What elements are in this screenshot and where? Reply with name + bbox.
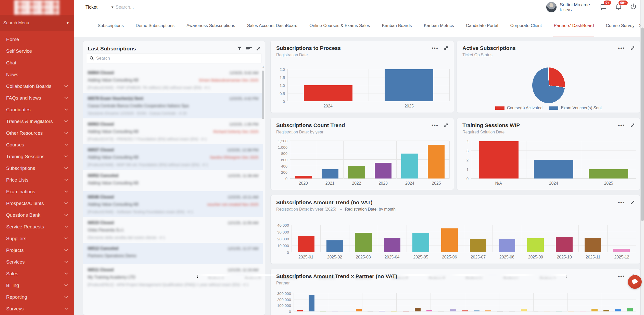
- sidebar-item-trainers-invigilators[interactable]: Trainers & Invigilators: [0, 116, 74, 127]
- card-menu-icon[interactable]: •••: [432, 124, 438, 127]
- tab-subscriptions[interactable]: Subscriptions: [97, 15, 124, 36]
- sidebar-item-self-service[interactable]: Self Service: [0, 45, 74, 57]
- bar-series-22[interactable]: [556, 311, 562, 311]
- bar-2025[interactable]: [385, 69, 433, 101]
- card-menu-icon[interactable]: •••: [618, 124, 625, 127]
- bar-2025-04[interactable]: [384, 238, 400, 253]
- sidebar-search-menu[interactable]: Search Menu... ▼: [0, 15, 74, 31]
- panel-search-input[interactable]: [96, 56, 259, 61]
- expand-icon[interactable]: [630, 123, 635, 128]
- bar-2025-10[interactable]: [556, 237, 572, 252]
- drill-level-1[interactable]: Registration Date: by year (2025): [276, 207, 336, 211]
- bar-series-4[interactable]: [344, 311, 350, 311]
- bar-2021[interactable]: [322, 169, 339, 179]
- sort-icon[interactable]: [246, 46, 252, 51]
- bar-2025[interactable]: [589, 169, 628, 179]
- subscription-list-item[interactable]: 66864 Closed12/3/25, 9:42 AMAdding Value…: [83, 67, 263, 93]
- expand-icon[interactable]: [256, 46, 261, 51]
- bar-series-21[interactable]: [544, 311, 550, 311]
- tab-partners-dashboard[interactable]: Partners' DashBoard: [553, 15, 594, 36]
- bar-2024[interactable]: [304, 85, 352, 101]
- chat-button[interactable]: 9+: [600, 3, 608, 11]
- bar-2024[interactable]: [534, 160, 573, 179]
- tab-demo-subscriptions[interactable]: Demo Subscriptions: [135, 15, 175, 36]
- bar-series-5[interactable]: [356, 309, 362, 311]
- bar-series-1[interactable]: [309, 295, 314, 311]
- sidebar-item-examinations[interactable]: Examinations: [0, 186, 74, 198]
- bar-series-14[interactable]: [462, 310, 468, 311]
- bar-2025[interactable]: [428, 145, 445, 179]
- sidebar-item-surveys[interactable]: Surveys: [0, 303, 74, 315]
- sidebar-item-training-sessions[interactable]: Training Sessions: [0, 151, 74, 162]
- sidebar-item-candidates[interactable]: Candidates: [0, 104, 74, 116]
- bar-series-16[interactable]: [485, 310, 491, 311]
- bar-2025-05[interactable]: [412, 233, 429, 252]
- logout-button[interactable]: [629, 3, 638, 11]
- filter-icon[interactable]: [237, 46, 242, 51]
- bar-series-9[interactable]: [403, 311, 409, 311]
- sidebar-item-sales[interactable]: Sales: [0, 268, 74, 280]
- tab-corporate-client[interactable]: Corporate Client: [510, 15, 542, 36]
- tab-candidate-portal[interactable]: Candidate Portal: [465, 15, 499, 36]
- tab-awareness-subscriptions[interactable]: Awareness Subscriptions: [186, 15, 236, 36]
- bar-series-11[interactable]: [426, 310, 432, 311]
- bar-series-23[interactable]: [568, 311, 574, 311]
- sidebar-item-projects[interactable]: Projects: [0, 244, 74, 256]
- sidebar-item-billing[interactable]: Billing: [0, 280, 74, 291]
- sidebar-item-home[interactable]: Home: [0, 34, 74, 45]
- bar-series-24[interactable]: [580, 311, 586, 311]
- bar-2020[interactable]: [295, 176, 312, 179]
- sidebar-item-collaboration-boards[interactable]: Collaboration Boards: [0, 80, 74, 92]
- sidebar-item-prospects-clients[interactable]: Prospects/Clients: [0, 198, 74, 209]
- sidebar-item-reporting[interactable]: Reporting: [0, 291, 74, 303]
- card-menu-icon[interactable]: •••: [618, 275, 625, 278]
- list-scrollbar-thumb[interactable]: [262, 71, 264, 119]
- tab-kanban-boards[interactable]: Kanban Boards: [381, 15, 412, 36]
- bar-series-10[interactable]: [415, 308, 421, 311]
- expand-icon[interactable]: [444, 46, 449, 51]
- bar-2025-11[interactable]: [585, 238, 601, 252]
- bar-2025-06[interactable]: [441, 228, 458, 252]
- bar-series-19[interactable]: [521, 309, 527, 311]
- pie-chart-ticket-op-status[interactable]: [532, 67, 565, 103]
- sidebar-item-subscriptions[interactable]: Subscriptions: [0, 162, 74, 174]
- tab-kanban-metrics[interactable]: Kanban Metrics: [423, 15, 454, 36]
- bar-2023[interactable]: [375, 163, 392, 179]
- bar-series-28[interactable]: [627, 308, 633, 311]
- sidebar-item-other-resources[interactable]: Other Resources: [0, 127, 74, 139]
- list-scroll-up-arrow[interactable]: ▲: [262, 65, 264, 68]
- subscription-list-item[interactable]: 66533 Closed12/1/25, 11:55 AMOrbis Flexe…: [83, 217, 263, 243]
- expand-icon[interactable]: [630, 200, 635, 205]
- tab-course-surveys[interactable]: Course Surveys: [605, 15, 634, 36]
- bar-series-27[interactable]: [615, 309, 621, 311]
- legend-item-exam-voucher-s-sent[interactable]: Exam Voucher(s) Sent: [549, 106, 602, 110]
- bar-series-26[interactable]: [603, 310, 609, 311]
- card-menu-icon[interactable]: •••: [432, 47, 438, 49]
- bar-n-a[interactable]: [479, 141, 519, 179]
- tab-sales-account-dashboard[interactable]: Sales Account DashBoard: [247, 15, 298, 36]
- sidebar-item-suppliers[interactable]: Suppliers: [0, 233, 74, 244]
- entity-type-dropdown[interactable]: Ticket ▼: [85, 0, 114, 14]
- bar-2025-07[interactable]: [470, 239, 486, 252]
- card-menu-icon[interactable]: •••: [618, 47, 625, 49]
- sidebar-item-faqs-and-news[interactable]: FAQs and News: [0, 92, 74, 104]
- sidebar-item-service-requests[interactable]: Service Requests: [0, 221, 74, 233]
- sidebar-item-questions-bank[interactable]: Questions Bank: [0, 209, 74, 221]
- subscription-list-item[interactable]: 66546 Closed12/2/25, 10:11 AMAdding Valu…: [83, 191, 263, 217]
- bar-2025-02[interactable]: [326, 240, 343, 252]
- subscription-list-item[interactable]: 66937 Closed12/2/25, 12:38 PMAdding Valu…: [83, 144, 263, 170]
- bar-2025-12[interactable]: [613, 249, 630, 252]
- card-menu-icon[interactable]: •••: [618, 201, 625, 204]
- expand-icon[interactable]: [444, 123, 449, 128]
- bar-series-0[interactable]: [297, 310, 303, 311]
- tab-online-courses-exams-sales[interactable]: Online Courses & Exams Sales: [309, 15, 370, 36]
- subscription-list-item[interactable]: 66963 Closed12/2/25, 1:35 PMAdding Value…: [83, 118, 263, 144]
- panel-search-box[interactable]: [87, 53, 261, 63]
- expand-icon[interactable]: [630, 46, 635, 51]
- bar-2025-03[interactable]: [355, 233, 372, 252]
- legend-item-course-s-activated[interactable]: Course(s) Activated: [495, 106, 543, 110]
- sidebar-item-news[interactable]: News: [0, 69, 74, 80]
- bar-series-7[interactable]: [379, 311, 385, 311]
- subscription-list-item[interactable]: 66578 Exam Voucher(s) Sent12/2/25, 4:42 …: [83, 93, 263, 118]
- bar-series-3[interactable]: [332, 311, 338, 311]
